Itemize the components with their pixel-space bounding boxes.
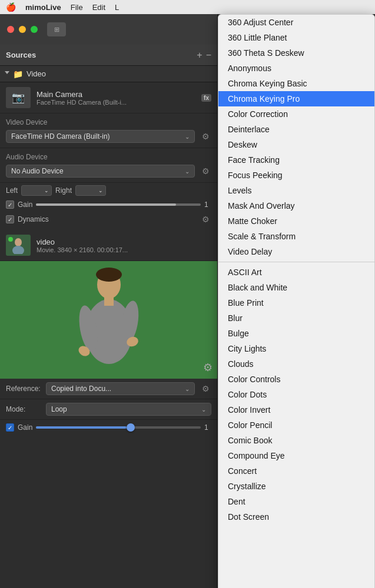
menu-item-comic-book[interactable]: Comic Book (218, 433, 374, 448)
menu-item-360-little-planet[interactable]: 360 Little Planet (218, 30, 374, 45)
sidebar-toggle[interactable]: ⊞ (47, 22, 66, 36)
menu-item-blur[interactable]: Blur (218, 310, 374, 326)
video-device-gear-icon[interactable]: ⚙ (200, 131, 211, 142)
reference-row: Reference: Copied into Docu... ⌄ ⚙ (0, 379, 217, 399)
menu-item-concert[interactable]: Concert (218, 463, 374, 479)
clip-active-dot (8, 237, 13, 242)
menu-item-bulge[interactable]: Bulge (218, 326, 374, 341)
menu-item-city-lights[interactable]: City Lights (218, 341, 374, 356)
filter-dropdown-menu[interactable]: 360 Adjust Center360 Little Planet360 Th… (218, 14, 375, 588)
menu-item-color-correction[interactable]: Color Correction (218, 106, 374, 122)
gain-row: Gain 1 (0, 198, 217, 211)
clip-info: video Movie. 3840 × 2160. 00:00:17... (36, 238, 211, 253)
mode-dropdown[interactable]: Loop ⌄ (46, 403, 211, 416)
menu-item-color-pencil[interactable]: Color Pencil (218, 417, 374, 433)
gain-label: Gain (18, 201, 32, 209)
menu-item-360-adjust-center[interactable]: 360 Adjust Center (218, 15, 374, 30)
menu-item-color-invert[interactable]: Color Invert (218, 402, 374, 417)
video-device-label: Video Device (6, 118, 211, 126)
gain-checkbox[interactable] (6, 201, 14, 209)
menu-item-ascii-art[interactable]: ASCII Art (218, 265, 374, 280)
menu-item-clouds[interactable]: Clouds (218, 356, 374, 372)
clip-row[interactable]: video Movie. 3840 × 2160. 00:00:17... (0, 230, 217, 261)
video-device-section: Video Device FaceTime HD Camera (Built-i… (0, 113, 217, 148)
right-channel-dropdown[interactable]: ⌄ (75, 185, 106, 196)
menu-item-crystallize[interactable]: Crystallize (218, 479, 374, 494)
left-channel-dropdown[interactable]: ⌄ (21, 185, 52, 196)
right-label: Right (55, 186, 72, 195)
menu-item-blue-print[interactable]: Blue Print (218, 295, 374, 310)
menu-item-black-and-white[interactable]: Black and White (218, 280, 374, 295)
audio-device-section: Audio Device No Audio Device ⌄ ⚙ (0, 148, 217, 183)
dynamics-gear-icon[interactable]: ⚙ (200, 213, 211, 225)
svg-point-3 (96, 268, 122, 282)
edit-menu[interactable]: Edit (92, 3, 105, 12)
person-svg (74, 264, 144, 376)
video-section-header[interactable]: 📁 Video (0, 66, 217, 82)
sources-title: Sources (6, 51, 193, 59)
minimize-button[interactable] (19, 26, 26, 33)
camera-row[interactable]: 📷 Main Camera FaceTime HD Camera (Built-… (0, 82, 217, 113)
menu-item-dot-screen[interactable]: Dot Screen (218, 509, 374, 524)
add-source-button[interactable]: + (197, 50, 202, 61)
audio-device-row: No Audio Device ⌄ ⚙ (6, 165, 211, 178)
menu-item-360-theta-s-deskew[interactable]: 360 Theta S Deskew (218, 45, 374, 61)
reference-label: Reference: (6, 385, 41, 393)
video-device-row: FaceTime HD Camera (Built-in) ⌄ ⚙ (6, 130, 211, 143)
dynamics-checkbox[interactable] (6, 215, 14, 223)
menu-item-levels[interactable]: Levels (218, 183, 374, 198)
folder-icon: 📁 (13, 69, 23, 79)
menu-item-dent[interactable]: Dent (218, 494, 374, 509)
video-device-dropdown[interactable]: FaceTime HD Camera (Built-in) ⌄ (6, 130, 195, 143)
reference-dropdown[interactable]: Copied into Docu... ⌄ (46, 382, 195, 395)
menu-item-color-controls[interactable]: Color Controls (218, 372, 374, 387)
dynamics-label: Dynamics (18, 215, 49, 223)
menu-separator (218, 262, 374, 262)
bottom-gain-checkbox[interactable] (6, 423, 14, 432)
audio-device-gear-icon[interactable]: ⚙ (200, 165, 211, 177)
bottom-gain-row: Gain 1 (0, 420, 217, 435)
menu-item-anonymous[interactable]: Anonymous (218, 61, 374, 76)
remove-source-button[interactable]: − (206, 50, 211, 61)
bottom-gain-slider[interactable] (36, 426, 201, 429)
camera-thumbnail: 📷 (6, 87, 31, 108)
mode-row: Mode: Loop ⌄ (0, 399, 217, 420)
file-menu[interactable]: File (71, 3, 83, 12)
maximize-button[interactable] (31, 26, 38, 33)
bottom-gain-thumb[interactable] (127, 423, 135, 432)
menu-item-face-tracking[interactable]: Face Tracking (218, 152, 374, 168)
bottom-gain-value: 1 (204, 423, 211, 432)
menu-item-color-dots[interactable]: Color Dots (218, 387, 374, 402)
menu-item-matte-choker[interactable]: Matte Choker (218, 213, 374, 229)
menu-item-chroma-keying-pro[interactable]: Chroma Keying Pro (218, 91, 374, 106)
gain-slider[interactable] (36, 203, 201, 206)
menu-item-video-delay[interactable]: Video Delay (218, 244, 374, 259)
app-name[interactable]: mimoLive (25, 3, 61, 12)
audio-device-label: Audio Device (6, 153, 211, 161)
close-button[interactable] (7, 26, 14, 33)
menu-item-mask-and-overlay[interactable]: Mask And Overlay (218, 198, 374, 213)
collapse-triangle-icon (5, 71, 9, 76)
reference-gear-icon[interactable]: ⚙ (200, 383, 211, 395)
menu-item-deskew[interactable]: Deskew (218, 137, 374, 152)
svg-rect-5 (104, 296, 114, 306)
camera-info: Main Camera FaceTime HD Camera (Built-i.… (36, 90, 195, 106)
preview-gear-icon[interactable]: ⚙ (203, 361, 213, 374)
menu-item-focus-peeking[interactable]: Focus Peeking (218, 168, 374, 183)
clip-thumbnail (6, 235, 31, 256)
video-section-label: Video (26, 69, 46, 78)
audio-device-dropdown[interactable]: No Audio Device ⌄ (6, 165, 195, 178)
menu-item-compound-eye[interactable]: Compound Eye (218, 448, 374, 463)
apple-menu[interactable]: 🍎 (6, 2, 16, 12)
bottom-gain-fill (36, 426, 127, 429)
svg-point-1 (12, 246, 24, 254)
menu-item-chroma-keying-basic[interactable]: Chroma Keying Basic (218, 76, 374, 91)
menu-item-scale-&-transform[interactable]: Scale & Transform (218, 229, 374, 244)
mode-label: Mode: (6, 405, 41, 413)
person-silhouette (74, 267, 144, 373)
fx-badge: fx (201, 94, 211, 102)
menubar: 🍎 mimoLive File Edit L (0, 0, 375, 14)
more-menu[interactable]: L (115, 3, 119, 12)
menu-item-deinterlace[interactable]: Deinterlace (218, 122, 374, 137)
gain-value: 1 (204, 201, 211, 209)
